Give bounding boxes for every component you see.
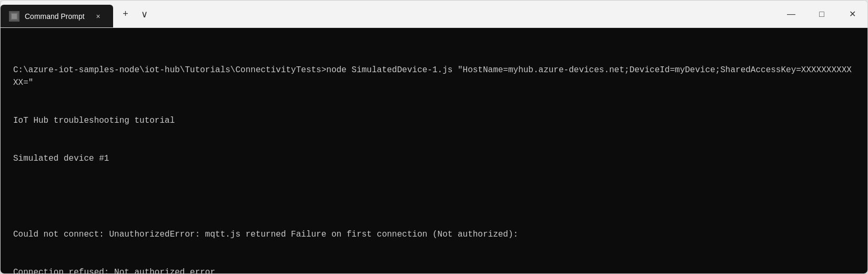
active-tab[interactable]: Command Prompt × <box>1 5 113 27</box>
tab-label: Command Prompt <box>25 12 85 21</box>
terminal[interactable]: C:\azure-iot-samples-node\iot-hub\Tutori… <box>1 28 867 273</box>
terminal-line-1: C:\azure-iot-samples-node\iot-hub\Tutori… <box>13 64 855 89</box>
tab-area: Command Prompt × + ∨ <box>1 1 776 27</box>
titlebar: Command Prompt × + ∨ — □ ✕ <box>1 1 867 28</box>
window: Command Prompt × + ∨ — □ ✕ C:\azure-iot-… <box>0 0 868 274</box>
close-button[interactable]: ✕ <box>837 1 867 27</box>
terminal-blank-1 <box>13 190 855 203</box>
new-tab-button[interactable]: + <box>117 6 134 23</box>
cmd-icon <box>9 11 19 22</box>
terminal-line-4: Could not connect: UnauthorizedError: mq… <box>13 228 855 241</box>
tab-close-button[interactable]: × <box>92 10 105 23</box>
tab-controls: + ∨ <box>113 1 157 27</box>
terminal-output: C:\azure-iot-samples-node\iot-hub\Tutori… <box>13 38 855 273</box>
terminal-line-5: Connection refused: Not authorized error <box>13 266 855 273</box>
minimize-button[interactable]: — <box>776 1 806 27</box>
maximize-button[interactable]: □ <box>806 1 837 27</box>
window-controls: — □ ✕ <box>776 1 867 27</box>
dropdown-button[interactable]: ∨ <box>136 6 153 23</box>
terminal-line-3: Simulated device #1 <box>13 152 855 165</box>
terminal-line-2: IoT Hub troubleshooting tutorial <box>13 114 855 127</box>
